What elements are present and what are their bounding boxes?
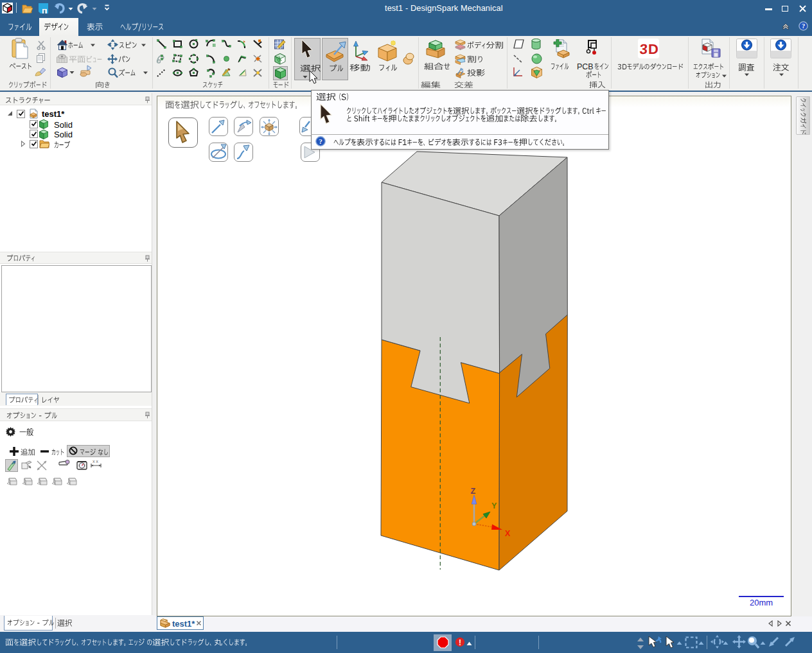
svg-text:!: ! (459, 638, 461, 647)
svg-text:3: 3 (639, 41, 648, 57)
svg-text:?: ? (319, 137, 322, 145)
svg-text:X X: X X (93, 460, 98, 464)
svg-text:D: D (648, 41, 658, 57)
svg-text:Y: Y (491, 501, 497, 510)
svg-text:Z: Z (471, 487, 476, 496)
svg-text:?: ? (802, 22, 805, 30)
svg-text:X: X (505, 529, 511, 538)
